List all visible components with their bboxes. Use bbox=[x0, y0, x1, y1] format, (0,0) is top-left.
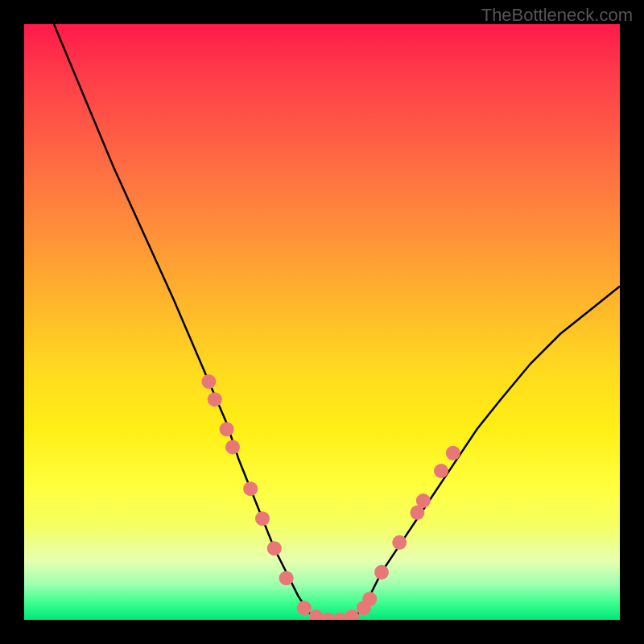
curve-marker bbox=[243, 481, 258, 496]
curve-marker bbox=[297, 601, 312, 615]
watermark-text: TheBottleneck.com bbox=[481, 5, 633, 26]
curve-marker bbox=[208, 392, 222, 407]
curve-markers bbox=[201, 374, 460, 620]
curve-marker bbox=[225, 440, 240, 454]
curve-marker bbox=[345, 609, 359, 620]
curve-marker bbox=[374, 565, 389, 580]
chart-plot-area bbox=[24, 24, 620, 620]
curve-marker bbox=[220, 422, 234, 436]
curve-marker bbox=[255, 511, 270, 526]
curve-marker bbox=[279, 571, 294, 585]
curve-marker bbox=[267, 541, 282, 555]
curve-marker bbox=[392, 535, 407, 550]
chart-svg bbox=[24, 24, 620, 620]
curve-marker bbox=[416, 493, 431, 508]
curve-marker bbox=[201, 374, 216, 389]
curve-marker bbox=[434, 464, 448, 478]
curve-marker bbox=[362, 592, 377, 606]
curve-marker bbox=[446, 446, 460, 460]
bottleneck-curve bbox=[54, 24, 620, 620]
